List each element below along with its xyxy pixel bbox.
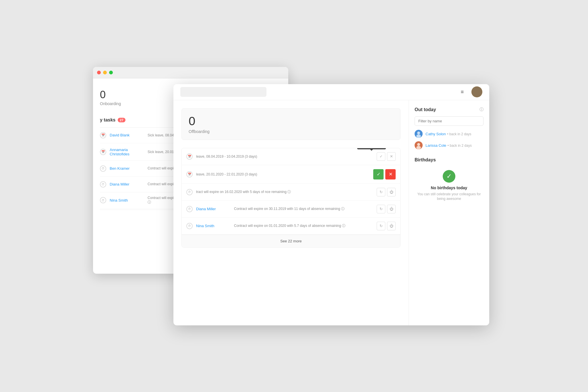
front-task-row-diana: ⏱ Diana Miller Contract will expire on 3… [182,201,400,218]
front-x-btn-1[interactable]: ✕ [387,152,396,161]
front-power-btn-3[interactable]: ⏻ [387,188,396,196]
front-power-btn-diana[interactable]: ⏻ [387,205,396,213]
front-task-desc-2: leave, 20.01.2020 - 22.01.2020 (3 days) [196,172,370,176]
close-button[interactable] [97,71,101,74]
front-decline-btn-2[interactable]: ✕ [385,169,396,179]
back-task-name-diana[interactable]: Diana Miller [110,182,144,186]
front-stat-offboarding: 0 Offboarding [181,108,401,140]
back-onboarding-number: 0 [100,89,182,101]
back-task-name-david[interactable]: David Blank [110,133,144,137]
back-tasks-badge: 27 [118,118,125,122]
task-icon-calendar-2: 📅 [100,149,106,155]
front-stats-row: 0 Offboarding [181,108,401,140]
birthdays-section: Birthdays ✓ No birthdays today You can s… [415,157,483,205]
person-avatar-larissa [415,141,423,149]
front-task-icon-diana: ⏱ [186,206,193,212]
title-bar-back [93,67,288,78]
person-name-larissa[interactable]: Larissa Cole [425,143,446,148]
front-refresh-btn-3[interactable]: ↻ [377,188,385,196]
back-task-name-annamaria[interactable]: AnnamariaChristofides [110,148,144,156]
front-refresh-btn-nina[interactable]: ↻ [377,222,385,230]
filter-icon[interactable]: ≡ [458,87,467,96]
person-row-larissa: Larissa Cole • back in 2 days [415,141,483,149]
svg-point-2 [417,143,420,146]
back-onboarding-label: Onboarding [100,101,182,106]
maximize-button[interactable] [109,71,113,74]
person-meta-cathy: • back in 2 days [447,132,471,136]
front-task-desc-3: tract will expire on 16.02.2020 with 5 d… [196,190,373,194]
front-check-btn-1[interactable]: ✓ [377,152,385,161]
front-task-row-3: ⏱ tract will expire on 16.02.2020 with 5… [182,184,400,201]
front-task-row-1: 📅 leave, 08.04.2019 - 10.04.2019 (3 days… [182,148,400,165]
minimize-button[interactable] [103,71,107,74]
front-search-bar[interactable] [180,87,266,97]
check-circle-icon: ✓ [443,170,455,183]
task-icon-clock-diana: ⏱ [100,181,106,188]
front-task-list: 📅 leave, 08.04.2019 - 10.04.2019 (3 days… [181,148,401,248]
person-meta-larissa: • back in 2 days [448,144,472,148]
front-task-icon-2: 📅 [186,171,193,177]
person-name-cathy[interactable]: Cathy Solon [425,132,446,136]
front-window: ≡ 0 Offboarding 📅 leave, 08.04.2019 [173,84,489,325]
filter-by-name-input[interactable] [415,116,483,126]
svg-point-1 [416,134,421,138]
front-task-actions-2: ✓ ✕ [373,169,396,179]
back-task-name-nina[interactable]: Nina Smith [110,198,144,202]
front-task-row-2: 📅 leave, 20.01.2020 - 22.01.2020 (3 days… [182,165,400,184]
front-power-btn-nina[interactable]: ⏻ [387,222,396,230]
front-task-actions-diana: ↻ ⏻ [377,205,396,213]
front-task-desc-nina: Contract will expire on 01.01.2020 with … [234,223,373,228]
out-today-title: Out today ⓘ [415,107,483,112]
front-offboarding-number: 0 [189,114,393,128]
front-task-desc-1: leave, 08.04.2019 - 10.04.2019 (3 days) [196,155,373,159]
front-refresh-btn-diana[interactable]: ↻ [377,205,385,213]
no-birthdays-desc: You can still celebrate your colleagues … [415,192,483,202]
out-today-info-icon: ⓘ [479,107,483,112]
front-see-more[interactable]: See 22 more [182,235,400,247]
task-icon-clock-ben: ⏱ [100,165,106,172]
front-task-actions-1: ✓ ✕ [377,152,396,161]
person-row-cathy: Cathy Solon • back in 2 days [415,130,483,138]
front-task-actions-nina: ↻ ⏻ [377,222,396,230]
birthdays-title: Birthdays [415,157,483,163]
right-panel: Out today ⓘ Cathy Solon [409,100,489,325]
no-birthdays-title: No birthdays today [415,186,483,190]
user-avatar[interactable] [471,86,482,97]
svg-point-0 [417,132,420,134]
back-task-name-ben[interactable]: Ben Kramer [110,166,144,171]
svg-point-3 [416,146,421,149]
front-offboarding-label: Offboarding [189,129,393,134]
front-main-content: 0 Offboarding 📅 leave, 08.04.2019 - 10.0… [173,100,409,325]
person-avatar-cathy [415,130,423,138]
front-task-name-diana[interactable]: Diana Miller [196,207,231,211]
front-accept-btn-2[interactable]: ✓ [373,169,384,179]
birthdays-empty: ✓ No birthdays today You can still celeb… [415,167,483,205]
out-today-section: Out today ⓘ Cathy Solon [415,107,483,149]
task-icon-clock-nina: ⏱ [100,197,106,203]
front-task-name-nina[interactable]: Nina Smith [196,224,231,228]
front-top-bar: ≡ [173,84,489,100]
front-tooltip-1: Accept request [357,148,386,149]
task-icon-calendar: 📅 [100,132,106,138]
front-main: 0 Offboarding 📅 leave, 08.04.2019 - 10.0… [173,100,489,325]
front-task-row-nina: ⏱ Nina Smith Contract will expire on 01.… [182,218,400,235]
front-task-actions-3: ↻ ⏻ [377,188,396,196]
front-task-icon-3: ⏱ [186,189,193,195]
front-task-icon-nina: ⏱ [186,223,193,229]
front-task-desc-diana: Contract will expire on 30.11.2019 with … [234,206,373,211]
front-task-icon-1: 📅 [186,153,193,160]
